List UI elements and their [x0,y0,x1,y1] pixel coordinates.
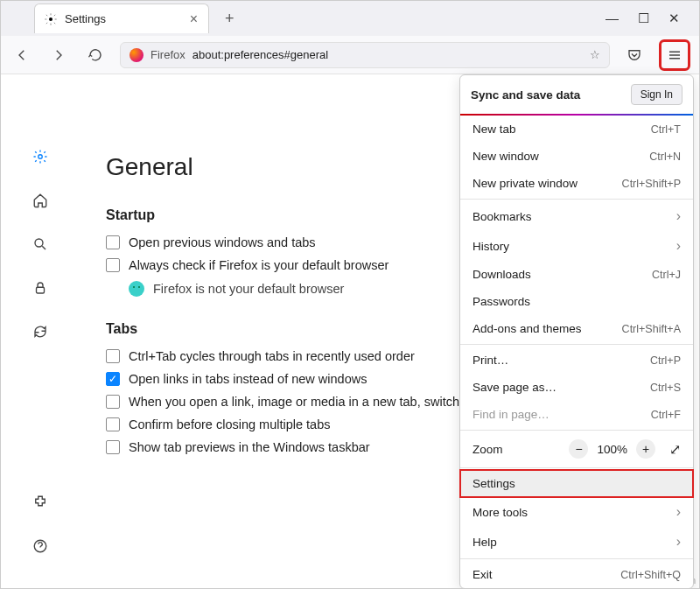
menu-label: New private window [472,177,578,190]
sad-face-icon [129,281,144,297]
window-controls: — ☐ ✕ [606,11,692,26]
side-nav [1,74,80,588]
maximize-button[interactable]: ☐ [638,11,649,26]
checkbox-label: Open links in tabs instead of new window… [129,372,367,386]
chevron-right-icon: › [676,504,681,520]
menu-label: Add-ons and themes [472,322,582,335]
info-text: Firefox is not your default browser [153,282,344,296]
keyshortcut: Ctrl+Shift+Q [620,569,681,581]
checkbox-label: Always check if Firefox is your default … [129,258,388,272]
menu-help[interactable]: Help › [460,527,693,557]
engine-label: Firefox [150,48,186,61]
browser-tab[interactable]: Settings × [34,4,209,33]
menu-label: New window [472,150,539,163]
nav-general[interactable] [28,144,52,169]
chevron-right-icon: › [676,208,681,224]
menu-bookmarks[interactable]: Bookmarks › [460,201,693,231]
new-tab-button[interactable]: + [218,10,242,28]
gear-icon [44,12,58,26]
chevron-right-icon: › [676,238,681,254]
tab-strip: Settings × + — ☐ ✕ [1,1,699,36]
app-menu-highlight [659,39,690,71]
fullscreen-button[interactable]: ⤢ [669,441,681,458]
menu-label: Print… [472,354,508,367]
menu-find[interactable]: Find in page… Ctrl+F [460,401,693,428]
menu-print[interactable]: Print… Ctrl+P [460,347,693,374]
checkbox-label: Open previous windows and tabs [129,235,316,249]
svg-point-0 [49,18,52,21]
menu-label: New tab [472,123,516,136]
nav-search[interactable] [28,232,52,256]
menu-addons[interactable]: Add-ons and themes Ctrl+Shift+A [460,315,693,342]
app-menu-button[interactable] [663,44,686,67]
menu-new-tab[interactable]: New tab Ctrl+T [460,116,693,143]
menu-label: Help [472,536,497,549]
checkbox-icon: ✓ [106,372,120,386]
menu-label: Downloads [472,268,531,281]
menu-label: History [472,240,509,253]
checkbox-label: When you open a link, image or media in … [129,395,466,409]
keyshortcut: Ctrl+N [649,151,681,163]
menu-label: Save page as… [472,381,556,394]
menu-label: More tools [472,506,528,519]
menu-save-as[interactable]: Save page as… Ctrl+S [460,374,693,401]
zoom-label: Zoom [472,443,560,456]
nav-help[interactable] [28,534,52,558]
menu-label: Passwords [472,295,530,308]
svg-point-2 [35,239,43,247]
toolbar: Firefox about:preferences#general ☆ [1,36,699,74]
menu-passwords[interactable]: Passwords [460,288,693,315]
reload-button[interactable] [83,43,108,67]
nav-extensions[interactable] [28,490,52,515]
checkbox-icon [106,349,120,363]
nav-home[interactable] [28,188,52,213]
checkbox-icon [106,440,120,454]
nav-sync[interactable] [28,319,52,344]
chevron-right-icon: › [676,534,681,550]
menu-label: Find in page… [472,408,550,421]
zoom-in-button[interactable]: + [636,439,655,459]
menu-label: Bookmarks [472,210,532,223]
sync-header-text: Sync and save data [471,88,580,102]
close-window-button[interactable]: ✕ [668,11,680,26]
menu-settings[interactable]: Settings [460,470,693,497]
nav-privacy[interactable] [28,276,52,300]
forward-button[interactable] [46,43,71,67]
address-bar[interactable]: Firefox about:preferences#general ☆ [120,42,610,68]
tab-title: Settings [65,12,188,25]
keyshortcut: Ctrl+P [650,354,681,367]
url-text: about:preferences#general [192,48,328,61]
zoom-level: 100% [597,443,627,456]
checkbox-label: Ctrl+Tab cycles through tabs in recently… [129,349,415,363]
menu-history[interactable]: History › [460,231,693,261]
svg-point-1 [38,155,43,159]
menu-new-private-window[interactable]: New private window Ctrl+Shift+P [460,170,693,197]
menu-sync-header: Sync and save data Sign In [460,75,693,116]
menu-exit[interactable]: Exit Ctrl+Shift+Q [460,561,693,588]
back-button[interactable] [10,43,34,67]
zoom-out-button[interactable]: − [569,439,588,459]
sign-in-button[interactable]: Sign In [631,84,682,105]
menu-downloads[interactable]: Downloads Ctrl+J [460,261,693,288]
menu-more-tools[interactable]: More tools › [460,497,693,527]
menu-zoom-row: Zoom − 100% + ⤢ [460,432,693,466]
minimize-button[interactable]: — [606,11,619,26]
keyshortcut: Ctrl+S [650,382,681,394]
checkbox-icon [106,395,120,409]
menu-new-window[interactable]: New window Ctrl+N [460,143,693,170]
checkbox-label: Show tab previews in the Windows taskbar [129,440,370,454]
firefox-icon [130,48,144,62]
keyshortcut: Ctrl+F [651,409,681,421]
checkbox-icon [106,258,120,272]
menu-label: Exit [472,568,493,581]
checkbox-label: Confirm before closing multiple tabs [129,417,331,431]
close-tab-icon[interactable]: × [188,12,200,26]
menu-label: Settings [472,477,515,490]
app-menu: Sync and save data Sign In New tab Ctrl+… [459,74,694,589]
keyshortcut: Ctrl+Shift+A [622,323,681,335]
svg-rect-3 [37,287,45,293]
bookmark-star-icon[interactable]: ☆ [590,48,600,61]
pocket-button[interactable] [622,43,647,67]
keyshortcut: Ctrl+T [651,123,681,136]
keyshortcut: Ctrl+Shift+P [622,178,681,190]
